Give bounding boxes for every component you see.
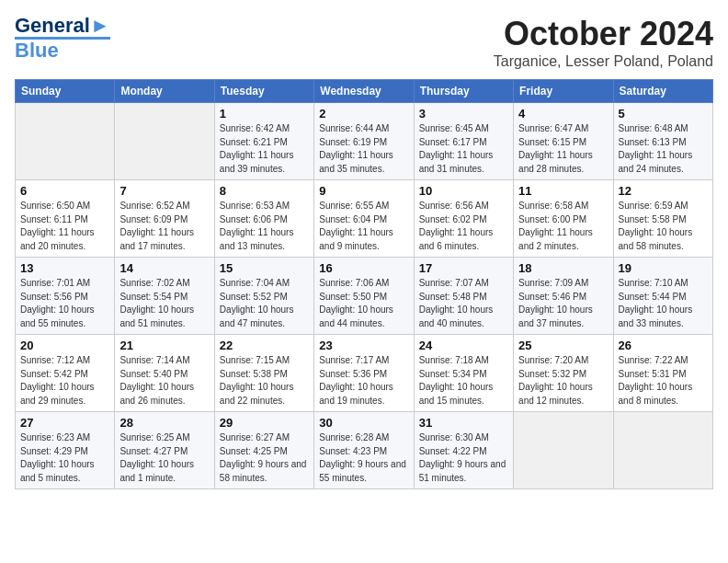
- day-number: 10: [419, 184, 508, 198]
- day-number: 8: [220, 184, 309, 198]
- day-info: Sunrise: 7:12 AMSunset: 5:42 PMDaylight:…: [20, 354, 109, 408]
- day-number: 28: [119, 416, 209, 430]
- location-title: Targanice, Lesser Poland, Poland: [494, 53, 713, 70]
- calendar-header: SundayMondayTuesdayWednesdayThursdayFrid…: [16, 80, 713, 103]
- day-info: Sunrise: 7:17 AMSunset: 5:36 PMDaylight:…: [319, 354, 408, 408]
- day-info: Sunrise: 7:18 AMSunset: 5:34 PMDaylight:…: [419, 354, 508, 408]
- calendar-cell: 2Sunrise: 6:44 AMSunset: 6:19 PMDaylight…: [314, 103, 414, 180]
- day-number: 4: [518, 107, 608, 121]
- day-info: Sunrise: 6:42 AMSunset: 6:21 PMDaylight:…: [220, 122, 309, 176]
- day-number: 16: [319, 261, 408, 275]
- day-number: 6: [20, 184, 109, 198]
- calendar-cell: 14Sunrise: 7:02 AMSunset: 5:54 PMDayligh…: [115, 258, 214, 335]
- day-info: Sunrise: 7:15 AMSunset: 5:38 PMDaylight:…: [220, 354, 309, 408]
- day-number: 17: [419, 261, 508, 275]
- day-info: Sunrise: 6:48 AMSunset: 6:13 PMDaylight:…: [619, 122, 708, 176]
- calendar-week-0: 1Sunrise: 6:42 AMSunset: 6:21 PMDaylight…: [16, 103, 713, 180]
- day-info: Sunrise: 7:01 AMSunset: 5:56 PMDaylight:…: [20, 277, 109, 330]
- day-number: 21: [119, 339, 209, 352]
- day-info: Sunrise: 6:52 AMSunset: 6:09 PMDaylight:…: [119, 200, 209, 253]
- day-number: 26: [619, 339, 708, 352]
- calendar-cell: 3Sunrise: 6:45 AMSunset: 6:17 PMDaylight…: [414, 103, 513, 180]
- day-info: Sunrise: 7:10 AMSunset: 5:44 PMDaylight:…: [619, 277, 708, 330]
- calendar-week-2: 13Sunrise: 7:01 AMSunset: 5:56 PMDayligh…: [16, 258, 713, 335]
- day-number: 27: [20, 416, 109, 430]
- calendar-cell: 28Sunrise: 6:25 AMSunset: 4:27 PMDayligh…: [115, 412, 214, 489]
- calendar-cell: 22Sunrise: 7:15 AMSunset: 5:38 PMDayligh…: [214, 335, 313, 412]
- calendar-week-1: 6Sunrise: 6:50 AMSunset: 6:11 PMDaylight…: [16, 180, 713, 258]
- calendar-cell: [115, 103, 214, 180]
- calendar-cell: [16, 103, 115, 180]
- day-number: 31: [419, 416, 508, 430]
- calendar-cell: 1Sunrise: 6:42 AMSunset: 6:21 PMDaylight…: [214, 103, 313, 180]
- day-info: Sunrise: 7:07 AMSunset: 5:48 PMDaylight:…: [419, 277, 508, 330]
- logo: General► Blue: [15, 15, 110, 62]
- col-header-tuesday: Tuesday: [214, 80, 313, 103]
- day-info: Sunrise: 7:04 AMSunset: 5:52 PMDaylight:…: [220, 277, 309, 330]
- calendar-cell: 19Sunrise: 7:10 AMSunset: 5:44 PMDayligh…: [613, 258, 712, 335]
- day-number: 15: [220, 261, 309, 275]
- day-info: Sunrise: 6:45 AMSunset: 6:17 PMDaylight:…: [419, 122, 508, 176]
- calendar-cell: 7Sunrise: 6:52 AMSunset: 6:09 PMDaylight…: [115, 180, 214, 258]
- calendar-cell: 26Sunrise: 7:22 AMSunset: 5:31 PMDayligh…: [613, 335, 712, 412]
- calendar-cell: 25Sunrise: 7:20 AMSunset: 5:32 PMDayligh…: [514, 335, 613, 412]
- day-number: 14: [119, 261, 209, 275]
- calendar-cell: 17Sunrise: 7:07 AMSunset: 5:48 PMDayligh…: [414, 258, 513, 335]
- day-info: Sunrise: 7:09 AMSunset: 5:46 PMDaylight:…: [518, 277, 608, 330]
- calendar-cell: 4Sunrise: 6:47 AMSunset: 6:15 PMDaylight…: [514, 103, 613, 180]
- day-info: Sunrise: 6:44 AMSunset: 6:19 PMDaylight:…: [319, 122, 408, 176]
- calendar-cell: 31Sunrise: 6:30 AMSunset: 4:22 PMDayligh…: [414, 412, 513, 489]
- calendar-cell: 10Sunrise: 6:56 AMSunset: 6:02 PMDayligh…: [414, 180, 513, 258]
- day-number: 9: [319, 184, 408, 198]
- day-number: 2: [319, 107, 408, 121]
- logo-line2: Blue: [15, 37, 110, 62]
- col-header-thursday: Thursday: [414, 80, 513, 103]
- col-header-monday: Monday: [115, 80, 214, 103]
- calendar-week-4: 27Sunrise: 6:23 AMSunset: 4:29 PMDayligh…: [16, 412, 713, 489]
- calendar-cell: 8Sunrise: 6:53 AMSunset: 6:06 PMDaylight…: [214, 180, 313, 258]
- day-info: Sunrise: 7:02 AMSunset: 5:54 PMDaylight:…: [119, 277, 209, 330]
- logo-line1: General►: [15, 15, 110, 37]
- calendar-cell: 13Sunrise: 7:01 AMSunset: 5:56 PMDayligh…: [16, 258, 115, 335]
- calendar-cell: 16Sunrise: 7:06 AMSunset: 5:50 PMDayligh…: [314, 258, 414, 335]
- day-number: 3: [419, 107, 508, 121]
- day-number: 25: [518, 339, 608, 352]
- calendar-cell: 5Sunrise: 6:48 AMSunset: 6:13 PMDaylight…: [613, 103, 712, 180]
- calendar-cell: 6Sunrise: 6:50 AMSunset: 6:11 PMDaylight…: [16, 180, 115, 258]
- calendar-cell: 29Sunrise: 6:27 AMSunset: 4:25 PMDayligh…: [214, 412, 313, 489]
- day-number: 1: [220, 107, 309, 121]
- day-info: Sunrise: 6:30 AMSunset: 4:22 PMDaylight:…: [419, 431, 508, 485]
- day-number: 29: [220, 416, 309, 430]
- calendar-cell: [514, 412, 613, 489]
- day-info: Sunrise: 6:47 AMSunset: 6:15 PMDaylight:…: [518, 122, 608, 176]
- title-block: October 2024 Targanice, Lesser Poland, P…: [494, 15, 713, 70]
- calendar-cell: 12Sunrise: 6:59 AMSunset: 5:58 PMDayligh…: [613, 180, 712, 258]
- day-number: 13: [20, 261, 109, 275]
- day-info: Sunrise: 7:20 AMSunset: 5:32 PMDaylight:…: [518, 354, 608, 408]
- day-number: 19: [619, 261, 708, 275]
- calendar-cell: 23Sunrise: 7:17 AMSunset: 5:36 PMDayligh…: [314, 335, 414, 412]
- day-info: Sunrise: 6:23 AMSunset: 4:29 PMDaylight:…: [20, 431, 109, 485]
- day-info: Sunrise: 7:14 AMSunset: 5:40 PMDaylight:…: [119, 354, 209, 408]
- day-info: Sunrise: 6:28 AMSunset: 4:23 PMDaylight:…: [319, 431, 408, 485]
- calendar-cell: [613, 412, 712, 489]
- calendar-cell: 24Sunrise: 7:18 AMSunset: 5:34 PMDayligh…: [414, 335, 513, 412]
- calendar-cell: 21Sunrise: 7:14 AMSunset: 5:40 PMDayligh…: [115, 335, 214, 412]
- calendar-cell: 9Sunrise: 6:55 AMSunset: 6:04 PMDaylight…: [314, 180, 414, 258]
- page-header: General► Blue October 2024 Targanice, Le…: [15, 15, 713, 70]
- day-info: Sunrise: 6:56 AMSunset: 6:02 PMDaylight:…: [419, 200, 508, 253]
- calendar-cell: 15Sunrise: 7:04 AMSunset: 5:52 PMDayligh…: [214, 258, 313, 335]
- day-info: Sunrise: 6:25 AMSunset: 4:27 PMDaylight:…: [119, 431, 209, 485]
- day-number: 7: [119, 184, 209, 198]
- day-number: 11: [518, 184, 608, 198]
- day-info: Sunrise: 7:06 AMSunset: 5:50 PMDaylight:…: [319, 277, 408, 330]
- day-number: 20: [20, 339, 109, 352]
- day-info: Sunrise: 6:55 AMSunset: 6:04 PMDaylight:…: [319, 200, 408, 253]
- calendar-cell: 20Sunrise: 7:12 AMSunset: 5:42 PMDayligh…: [16, 335, 115, 412]
- day-number: 22: [220, 339, 309, 352]
- day-info: Sunrise: 6:27 AMSunset: 4:25 PMDaylight:…: [220, 431, 309, 485]
- day-number: 18: [518, 261, 608, 275]
- day-info: Sunrise: 6:50 AMSunset: 6:11 PMDaylight:…: [20, 200, 109, 253]
- day-number: 23: [319, 339, 408, 352]
- col-header-saturday: Saturday: [613, 80, 712, 103]
